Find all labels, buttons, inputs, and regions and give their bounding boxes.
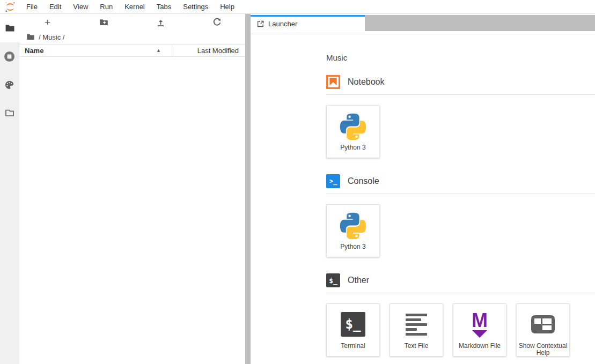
section-label-notebook: Notebook (348, 77, 385, 87)
jupyterlab-window: File Edit View Run Kernel Tabs Settings … (0, 0, 595, 364)
text-file-icon (402, 310, 430, 338)
markdown-icon: M (466, 310, 494, 338)
open-tabs-icon (4, 107, 15, 118)
section-label-console: Console (348, 176, 379, 186)
left-activity-bar (0, 14, 19, 364)
sidebar-item-running-kernels[interactable] (0, 47, 19, 66)
new-launcher-button[interactable]: + (19, 14, 76, 30)
breadcrumb-path[interactable]: / Music / (39, 33, 64, 41)
menu-help[interactable]: Help (214, 0, 240, 13)
upload-button[interactable] (133, 14, 189, 30)
sort-ascending-icon: ▲ (156, 48, 167, 53)
sidebar-item-file-browser[interactable] (0, 14, 19, 42)
launcher-section-other: $_ Other (326, 273, 595, 287)
section-divider (326, 94, 595, 95)
card-label: Markdown File (459, 343, 501, 350)
menu-kernel[interactable]: Kernel (119, 0, 151, 13)
svg-text:M: M (472, 310, 488, 331)
launcher-card-terminal[interactable]: $_ Terminal (326, 303, 380, 356)
tab-launcher-label: Launcher (268, 20, 297, 28)
sidebar-item-open-tabs[interactable] (0, 103, 19, 122)
launcher-panel: Music Notebook (251, 34, 595, 364)
python-icon (339, 211, 367, 239)
launcher-card-notebook-python3[interactable]: Python 3 (326, 105, 380, 158)
contextual-help-icon (529, 310, 557, 338)
palette-icon (4, 80, 14, 90)
terminal-icon: $_ (326, 273, 340, 287)
upload-icon (156, 18, 165, 27)
plus-icon: + (45, 17, 50, 27)
file-list-header: Name ▲ Last Modified (19, 44, 245, 57)
card-label: Text File (405, 343, 429, 350)
refresh-button[interactable] (189, 14, 245, 30)
file-browser-toolbar: + (19, 14, 245, 30)
launcher-card-text-file[interactable]: Text File (390, 303, 443, 356)
section-divider (326, 293, 595, 293)
name-column-label: Name (25, 47, 43, 55)
launcher-section-console: >_ Console (326, 174, 595, 188)
column-header-last-modified[interactable]: Last Modified (172, 44, 245, 56)
menu-view[interactable]: View (67, 0, 94, 13)
running-kernels-icon (4, 51, 15, 62)
column-header-name[interactable]: Name ▲ (19, 44, 172, 56)
launcher-cwd-label: Music (326, 53, 595, 62)
launcher-card-contextual-help[interactable]: Show Contextual Help (516, 303, 570, 356)
card-label: Python 3 (340, 243, 365, 250)
main-dock-panel: Launcher Music Notebook (251, 14, 595, 364)
new-folder-icon (99, 18, 108, 27)
new-folder-button[interactable] (76, 14, 132, 30)
panel-splitter[interactable] (245, 14, 251, 364)
card-label: Terminal (341, 343, 365, 350)
launcher-section-notebook: Notebook (326, 75, 595, 89)
menu-edit[interactable]: Edit (43, 0, 67, 13)
launcher-card-markdown-file[interactable]: M Markdown File (453, 303, 506, 356)
launcher-icon (256, 20, 265, 28)
notebook-icon (326, 75, 340, 89)
card-label: Show Contextual Help (518, 343, 568, 356)
section-label-other: Other (348, 276, 369, 285)
jupyter-logo-icon (4, 1, 16, 13)
folder-icon[interactable] (26, 33, 35, 41)
dock-tab-bar: Launcher (251, 14, 595, 31)
menu-bar: File Edit View Run Kernel Tabs Settings … (0, 0, 595, 14)
launcher-card-console-python3[interactable]: Python 3 (326, 204, 380, 257)
menu-file[interactable]: File (20, 0, 43, 13)
menu-run[interactable]: Run (94, 0, 119, 13)
file-browser-panel: + (19, 14, 245, 364)
sidebar-item-commands[interactable] (0, 75, 19, 94)
console-icon: >_ (326, 174, 340, 188)
refresh-icon (212, 18, 222, 27)
menu-tabs[interactable]: Tabs (151, 0, 177, 13)
menu-settings[interactable]: Settings (177, 0, 214, 13)
card-label: Python 3 (340, 144, 365, 151)
jupyter-logo (0, 1, 20, 13)
file-list[interactable] (19, 57, 245, 364)
python-icon (339, 112, 367, 140)
terminal-icon: $_ (339, 310, 367, 338)
folder-icon (5, 23, 15, 33)
section-divider (326, 194, 595, 194)
tab-launcher[interactable]: Launcher (251, 15, 365, 31)
breadcrumb: / Music / (19, 30, 245, 44)
